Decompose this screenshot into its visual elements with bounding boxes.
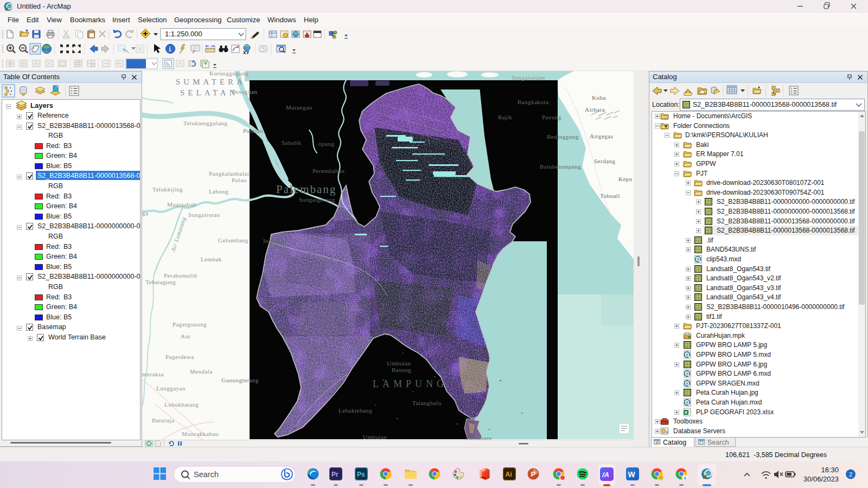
svg-text:Bedinggong: Bedinggong	[547, 133, 579, 140]
svg-text:Search: Search	[194, 470, 219, 479]
svg-text:Lunggayan: Lunggayan	[156, 385, 186, 391]
svg-text:Talangbalu: Talangbalu	[412, 400, 442, 406]
svg-text:2: 2	[849, 471, 852, 478]
svg-text:SUMATERA: SUMATERA	[176, 78, 246, 86]
svg-text:Baturaja: Baturaja	[152, 417, 174, 423]
svg-text:Airgegas: Airgegas	[590, 133, 614, 139]
svg-text:Pulau: Pulau	[232, 177, 247, 183]
svg-text:Lubukbatang: Lubukbatang	[164, 401, 199, 408]
svg-text:Penuguan: Penuguan	[232, 88, 257, 95]
svg-text:ga: ga	[142, 210, 148, 216]
svg-text:Umbulan: Umbulan	[387, 360, 411, 367]
svg-text:Puntian: Puntian	[243, 127, 263, 134]
svg-text:P: P	[531, 470, 536, 478]
svg-text:Muncakkabau: Muncakkabau	[182, 431, 219, 437]
svg-text:Perembahan: Perembahan	[312, 168, 344, 174]
svg-text:Sungaiselam: Sungaiselam	[512, 74, 545, 81]
svg-text:Lembak: Lembak	[201, 256, 222, 262]
svg-text:Muaraabab: Muaraabab	[167, 201, 196, 208]
svg-text:/A: /A	[602, 471, 609, 479]
svg-text:Gelumbang: Gelumbang	[218, 237, 248, 243]
svg-text:Bangkakota: Bangkakota	[518, 99, 549, 105]
svg-text:Sungaigerong: Sungaigerong	[299, 196, 335, 203]
svg-text:Basung: Basung	[392, 367, 411, 373]
svg-text:Telukkijing: Telukkijing	[152, 186, 183, 192]
svg-text:Lebong: Lebong	[209, 188, 229, 195]
svg-text:Umbulan: Umbulan	[363, 434, 387, 440]
svg-text:Airbara: Airbara	[585, 106, 605, 113]
svg-text:Mendala: Mendala	[190, 368, 213, 375]
svg-text:Sabalik: Sabalik	[282, 139, 302, 146]
svg-text:Pangkalanbalai: Pangkalanbalai	[209, 170, 249, 177]
svg-text:Serdang: Serdang	[594, 158, 616, 164]
svg-text:Inderala: Inderala	[263, 237, 285, 244]
svg-text:Ai: Ai	[506, 471, 512, 478]
svg-text:meraksa: meraksa	[142, 371, 164, 377]
svg-text:opang: opang	[318, 140, 334, 147]
svg-text:Gebaharu: Gebaharu	[467, 435, 492, 440]
svg-text:Payung: Payung	[542, 114, 561, 120]
svg-text:Lebaktebang: Lebaktebang	[339, 407, 372, 414]
svg-text:Pagerdewa: Pagerdewa	[165, 354, 194, 360]
svg-text:30/06/2023: 30/06/2023	[803, 475, 839, 483]
svg-text:Kurunggugung: Kurunggugung	[209, 71, 249, 76]
svg-text:Kepo: Kepo	[618, 176, 633, 182]
svg-text:S: S	[684, 476, 687, 480]
svg-text:Perabumulih: Perabumulih	[164, 272, 197, 279]
svg-text:Aur: Aur	[181, 333, 191, 339]
svg-text:Pr: Pr	[331, 471, 339, 478]
svg-text:Marangau: Marangau	[286, 104, 312, 111]
svg-text:Rajik: Rajik	[498, 114, 512, 120]
svg-text:16:30: 16:30	[821, 466, 839, 474]
svg-text:Sungairotan: Sungairotan	[188, 211, 220, 218]
svg-text:Ps: Ps	[357, 471, 365, 478]
svg-text:Koba: Koba	[592, 94, 606, 101]
svg-text:Pagergunung: Pagergunung	[173, 321, 207, 328]
svg-text:XY: XY	[243, 50, 250, 55]
svg-text:Tebatagung: Tebatagung	[145, 279, 176, 285]
svg-text:Palembang: Palembang	[276, 183, 336, 196]
svg-text:Toboali: Toboali	[600, 192, 620, 199]
svg-text:LAMPUNG: LAMPUNG	[373, 378, 448, 389]
svg-text:W: W	[628, 470, 636, 479]
svg-text:Batubetumpang: Batubetumpang	[540, 163, 581, 170]
svg-text:1:1.250.000: 1:1.250.000	[165, 30, 202, 38]
svg-text:Teluktenggulang: Teluktenggulang	[183, 120, 227, 126]
svg-text:Gunungterang: Gunungterang	[221, 377, 259, 383]
svg-text:SELATAN: SELATAN	[180, 88, 238, 97]
